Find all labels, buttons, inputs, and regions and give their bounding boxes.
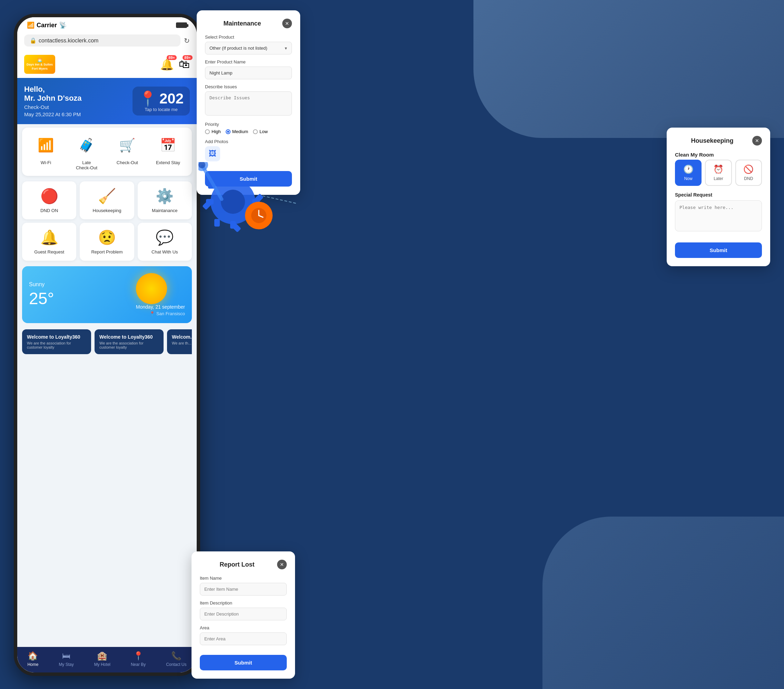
checkout-label-text: Check-Out [117,160,138,165]
status-left: 📶 Carrier 📡 [27,21,67,29]
now-icon: 🕐 [683,164,693,174]
dnd-label: DND ON [40,208,58,213]
service-report-problem[interactable]: 😟 Report Problem [80,223,134,261]
clean-later-option[interactable]: ⏰ Later [705,160,731,186]
room-badge[interactable]: 📍 202 Tap to locate me [132,87,190,115]
signal-icon: 📶 [27,21,35,29]
special-request-input[interactable] [675,201,762,231]
status-right [176,22,187,28]
nav-nearby-label: Near By [131,662,146,667]
welcome-text: Hello, Mr. John D'soza Check-Out May 25,… [24,85,82,117]
describe-issues-label: Describe Issues [205,84,292,89]
bell-icon: 🔔 [160,58,174,71]
item-name-input[interactable] [200,583,287,595]
weather-left: Sunny 25° [29,281,54,308]
refresh-button[interactable]: ↻ [184,36,190,45]
clean-dnd-option[interactable]: 🚫 DND [735,160,762,186]
notif-bell-badge[interactable]: 🔔 89+ [160,58,174,71]
clean-options: 🕐 Now ⏰ Later 🚫 DND [675,160,762,186]
notif-bag-badge[interactable]: 🛍 89+ [179,58,190,71]
service-dnd[interactable]: 🔴 DND ON [22,181,76,219]
maintenance-modal-header: Maintenance ✕ [205,19,292,28]
late-checkout-icon: 🧳 [74,133,99,157]
maintenance-close-button[interactable]: ✕ [282,19,292,28]
describe-issues-textarea[interactable] [205,91,292,115]
weather-condition: Sunny [29,281,54,288]
area-label: Area [200,625,287,630]
later-icon: ⏰ [713,164,724,174]
location-icon: 📍 [139,90,156,107]
nearby-icon: 📍 [133,651,143,661]
maintenance-label: Maintanance [152,208,177,213]
report-lost-modal: Report Lost ✕ Item Name Item Description… [191,551,295,679]
notif-count-1: 89+ [167,55,177,60]
add-photos-label: Add Photos [205,139,292,144]
loyalty-sub-2: We are the association for customer loya… [99,341,159,349]
dnd-clean-icon: 🚫 [743,164,754,174]
wifi-label: Wi-Fi [41,160,51,165]
product-name-input[interactable] [205,67,292,79]
nav-my-stay-label: My Stay [59,662,74,667]
weather-temp: 25° [29,289,54,308]
quick-item-late-checkout[interactable]: 🧳 LateCheck-Out [74,133,99,170]
service-maintenance[interactable]: ⚙️ Maintanance [138,181,192,219]
priority-low[interactable]: Low [253,129,268,134]
priority-medium[interactable]: Medium [226,129,248,134]
loyalty-sub-1: We are the association for customer loya… [27,341,86,349]
loyalty-row: Welcome to Loyalty360 We are the associa… [22,329,192,354]
url-box[interactable]: 🔒 contactless.kioclerk.com [24,35,181,46]
product-name-group: Enter Product Name [205,59,292,79]
add-photo-button[interactable]: 🖼 [205,146,220,161]
loyalty-card-3[interactable]: Welcom... We are th... [167,329,192,354]
service-chat[interactable]: 💬 Chat With Us [138,223,192,261]
loyalty-title-1: Welcome to Loyalty360 [27,334,86,340]
checkout-date: May 25,2022 At 6:30 PM [24,112,82,117]
priority-row: High Medium Low [205,129,292,134]
now-label: Now [684,176,693,181]
status-bar: 📶 Carrier 📡 [17,17,197,32]
housekeeping-close-button[interactable]: ✕ [752,136,762,146]
clean-room-label: Clean My Room [675,152,762,158]
item-description-input[interactable] [200,608,287,620]
chat-label: Chat With Us [152,249,178,255]
priority-high[interactable]: High [205,129,221,134]
weather-right: Monday, 21 september 📍 San Fransisco [136,273,185,316]
item-name-label: Item Name [200,576,287,581]
nav-nearby[interactable]: 📍 Near By [131,651,146,667]
nav-my-hotel[interactable]: 🏨 My Hotel [94,651,110,667]
gear-svg [198,162,295,242]
nav-my-stay[interactable]: 🛏 My Stay [59,651,74,667]
loyalty-card-1[interactable]: Welcome to Loyalty360 We are the associa… [22,329,91,354]
dnd-clean-label: DND [744,176,753,181]
extend-stay-icon: 📅 [156,133,180,157]
hotel-name-text: Days Inn & Suites Fort Myers [26,63,53,70]
housekeeping-submit-button[interactable]: Submit [675,242,762,258]
service-guest-request[interactable]: 🔔 Guest Request [22,223,76,261]
report-lost-submit-button[interactable]: Submit [200,655,287,670]
service-housekeeping[interactable]: 🧹 Housekeeping [80,181,134,219]
stay-icon: 🛏 [62,651,71,661]
maintenance-icon: ⚙️ [156,187,174,204]
gear-image [198,162,295,242]
housekeeping-label: Housekeeping [92,208,121,213]
select-product-dropdown[interactable]: Other (If product is not listed) [205,42,292,54]
clean-now-option[interactable]: 🕐 Now [675,160,702,186]
report-problem-label: Report Problem [91,249,122,255]
report-lost-close-button[interactable]: ✕ [277,560,287,569]
quick-item-checkout[interactable]: 🛒 Check-Out [115,133,139,170]
welcome-banner: Hello, Mr. John D'soza Check-Out May 25,… [17,78,197,124]
nav-contact-label: Contact Us [166,662,186,667]
room-number-text: 202 [160,90,184,107]
area-input[interactable] [200,632,287,645]
carrier-label: Carrier [36,22,57,29]
nav-home[interactable]: 🏠 Home [27,651,38,667]
hotel-header: 🌅Days Inn & Suites Fort Myers 🔔 89+ 🛍 89… [17,51,197,78]
radio-high [205,129,210,134]
checkout-icon: 🛒 [115,133,139,157]
room-number: 📍 202 [139,90,184,107]
loyalty-card-2[interactable]: Welcome to Loyalty360 We are the associa… [95,329,163,354]
guest-request-icon: 🔔 [40,229,58,246]
nav-contact[interactable]: 📞 Contact Us [166,651,186,667]
quick-item-wifi[interactable]: 📶 Wi-Fi [34,133,58,170]
quick-item-extend-stay[interactable]: 📅 Extend Stay [156,133,180,170]
